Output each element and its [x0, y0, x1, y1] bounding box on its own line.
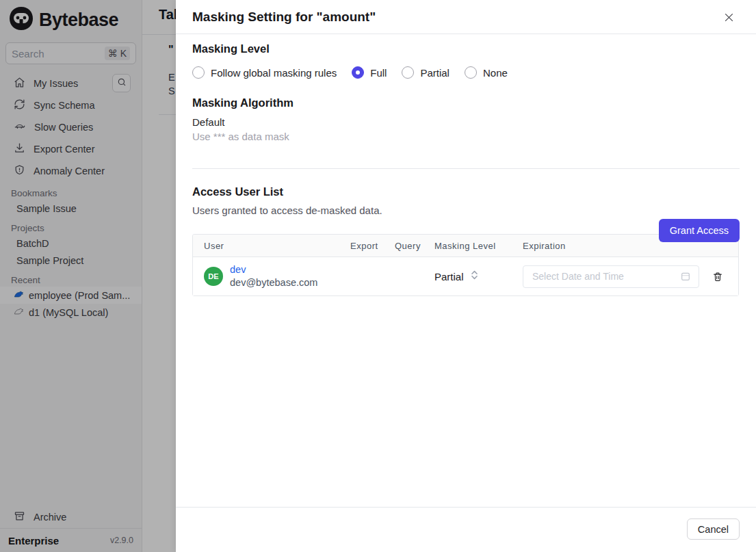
export-cell: [342, 270, 387, 282]
user-name-link[interactable]: dev: [230, 263, 317, 276]
masking-level-radio-group: Follow global masking rules Full Partial…: [192, 66, 740, 79]
avatar: DE: [204, 267, 223, 286]
table-row: DE dev dev@bytebase.com Par: [193, 257, 738, 295]
chevrons-up-down-icon: [471, 270, 478, 283]
grant-access-button[interactable]: Grant Access: [659, 219, 740, 242]
expiration-cell: [514, 265, 703, 288]
masking-algorithm-heading: Masking Algorithm: [192, 96, 740, 109]
column-header-export: Export: [342, 241, 387, 251]
radio-label: None: [483, 67, 508, 79]
masking-level-select[interactable]: Partial: [434, 270, 514, 283]
radio-icon[interactable]: [192, 66, 205, 79]
radio-label: Partial: [420, 67, 449, 79]
radio-icon[interactable]: [465, 66, 477, 79]
table-header-row: User Export Query Masking Level Expirati…: [193, 235, 738, 257]
access-user-list-heading: Access User List: [192, 185, 740, 198]
cancel-button[interactable]: Cancel: [687, 518, 740, 540]
close-icon[interactable]: [720, 9, 737, 25]
masking-level-heading: Masking Level: [192, 42, 740, 55]
modal-footer: Cancel: [176, 507, 756, 552]
user-identity: dev dev@bytebase.com: [230, 263, 317, 289]
modal-title: Masking Setting for "amount": [192, 10, 376, 25]
masking-level-cell: Partial: [429, 270, 514, 283]
column-header-query: Query: [387, 241, 429, 251]
masking-setting-modal: Masking Setting for "amount" Masking Lev…: [176, 0, 756, 552]
modal-header: Masking Setting for "amount": [176, 0, 756, 34]
user-email: dev@bytebase.com: [230, 276, 317, 289]
masking-algorithm-value: Default: [192, 116, 740, 128]
radio-icon[interactable]: [352, 66, 364, 79]
trash-icon[interactable]: [711, 270, 725, 284]
radio-label: Follow global masking rules: [211, 67, 337, 79]
radio-partial[interactable]: Partial: [402, 66, 449, 79]
column-header-user: User: [193, 241, 342, 251]
user-cell: DE dev dev@bytebase.com: [193, 263, 342, 289]
expiration-date-input[interactable]: [523, 265, 699, 288]
radio-follow-global[interactable]: Follow global masking rules: [192, 66, 337, 79]
radio-none[interactable]: None: [465, 66, 508, 79]
actions-cell: [703, 270, 737, 284]
modal-body: Masking Level Follow global masking rule…: [176, 34, 756, 296]
radio-full[interactable]: Full: [352, 66, 387, 79]
column-header-masking-level: Masking Level: [429, 241, 514, 251]
radio-icon[interactable]: [402, 66, 414, 79]
radio-label: Full: [370, 67, 387, 79]
access-user-list-subtitle: Users granted to access de-masked data.: [192, 205, 740, 216]
access-user-table: User Export Query Masking Level Expirati…: [192, 234, 739, 296]
section-divider: [192, 168, 740, 169]
app-screen: Bytebase ⌘ K My Issues Sync: [0, 0, 756, 552]
query-cell: [387, 270, 429, 282]
calendar-icon: [680, 271, 691, 285]
masking-level-value: Partial: [434, 271, 464, 282]
masking-algorithm-description: Use *** as data mask: [192, 131, 740, 142]
